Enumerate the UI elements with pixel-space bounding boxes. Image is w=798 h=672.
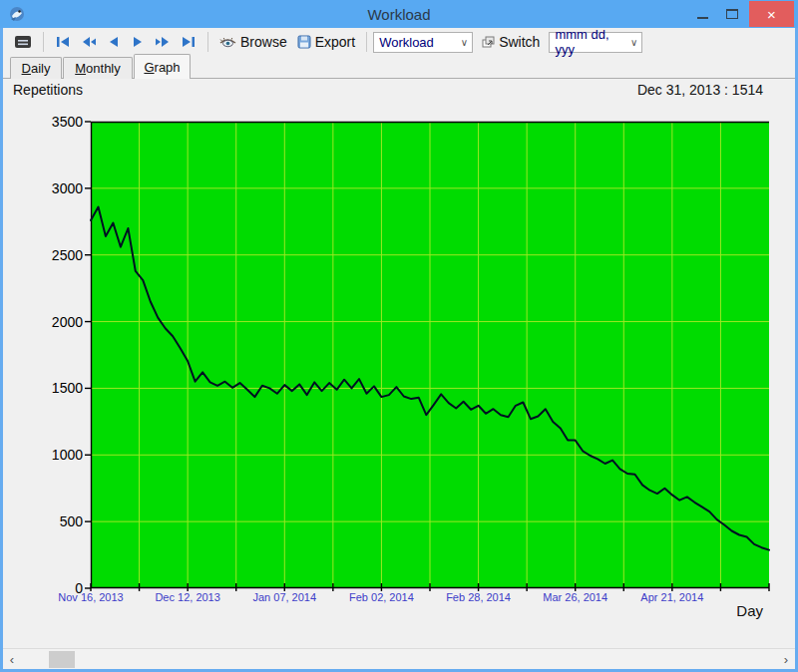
nav-previous-icon	[107, 36, 121, 48]
tab-monthly[interactable]: Monthly	[63, 57, 133, 79]
nav-jump-back-button[interactable]	[76, 30, 102, 54]
nav-first-icon	[55, 36, 71, 48]
save-disk-icon	[297, 35, 311, 49]
y-tick-label: 3000	[37, 180, 83, 196]
scrollbar-right-arrow-icon[interactable]: ›	[777, 650, 795, 669]
nav-next-button[interactable]	[126, 30, 150, 54]
nav-next-icon	[131, 36, 145, 48]
switch-label: Switch	[499, 34, 540, 50]
y-tick-label: 3500	[37, 114, 83, 130]
date-format-combobox[interactable]: mmm dd, yyy ∨	[549, 32, 642, 53]
x-axis-title: Day	[736, 602, 763, 619]
browse-button[interactable]: Browse	[214, 30, 292, 54]
toolbar-separator	[366, 32, 367, 52]
y-tick-label: 2000	[37, 314, 83, 330]
browse-label: Browse	[240, 34, 287, 50]
scrollbar-thumb[interactable]	[49, 651, 75, 668]
minimize-button[interactable]	[687, 1, 717, 27]
chevron-down-icon: ∨	[461, 37, 468, 48]
workload-window: Workload ×	[0, 0, 798, 672]
scrollbar-left-arrow-icon[interactable]: ‹	[3, 650, 21, 669]
y-tick-label: 2500	[37, 247, 83, 263]
horizontal-scrollbar[interactable]: ‹ ›	[3, 648, 795, 669]
x-tick-label: Jan 07, 2014	[238, 591, 330, 603]
switch-button[interactable]: Switch	[477, 30, 545, 54]
nav-last-icon	[181, 36, 197, 48]
y-axis-series-label: Repetitions	[13, 82, 83, 98]
nav-jump-forward-button[interactable]	[150, 30, 176, 54]
switch-window-icon	[482, 36, 495, 49]
tab-monthly-label: Monthly	[75, 61, 121, 76]
x-tick-label: Dec 12, 2013	[142, 591, 233, 603]
x-tick-label: Feb 02, 2014	[335, 591, 427, 603]
contents-button[interactable]	[9, 30, 37, 54]
minimize-icon	[697, 17, 708, 19]
nav-last-button[interactable]	[176, 30, 201, 54]
toolbar-separator	[43, 32, 44, 52]
y-tick-label: 1000	[37, 447, 83, 463]
date-format-combobox-value: mmm dd, yyy	[555, 27, 630, 57]
eye-icon	[219, 36, 236, 48]
nav-jump-forward-icon	[155, 36, 171, 48]
tab-strip: Daily Monthly Graph	[3, 54, 795, 79]
nav-jump-back-icon	[81, 36, 97, 48]
export-label: Export	[315, 34, 355, 50]
chevron-down-icon: ∨	[630, 37, 637, 48]
toolbar-separator	[207, 32, 208, 52]
x-tick-label: Nov 16, 2013	[45, 591, 137, 603]
line-chart	[91, 122, 769, 588]
nav-previous-button[interactable]	[102, 30, 126, 54]
maximize-icon	[726, 9, 738, 19]
tab-daily-label: Daily	[22, 61, 51, 76]
export-button[interactable]: Export	[292, 30, 360, 54]
maximize-button[interactable]	[717, 1, 747, 27]
x-tick-label: Mar 26, 2014	[530, 591, 621, 603]
close-button[interactable]: ×	[749, 1, 794, 27]
tab-daily[interactable]: Daily	[10, 57, 62, 79]
contents-icon	[14, 35, 32, 49]
window-title: Workload	[0, 6, 798, 23]
y-tick-label: 500	[37, 513, 83, 529]
dataset-combobox-value: Workload	[379, 35, 434, 50]
tab-graph[interactable]: Graph	[134, 54, 191, 79]
close-icon: ×	[767, 6, 776, 23]
toolbar: Browse Export Workload ∨ Switch mmm dd	[3, 28, 795, 56]
workload-graph-plot[interactable]	[91, 122, 769, 588]
title-bar: Workload ×	[0, 0, 798, 28]
cursor-value-readout: Dec 31, 2013 : 1514	[637, 82, 763, 98]
nav-first-button[interactable]	[50, 30, 76, 54]
x-tick-label: Apr 21, 2014	[626, 591, 718, 603]
tab-graph-label: Graph	[144, 60, 180, 75]
dataset-combobox[interactable]: Workload ∨	[373, 32, 473, 53]
y-tick-label: 1500	[37, 380, 83, 396]
x-tick-label: Feb 28, 2014	[433, 591, 525, 603]
